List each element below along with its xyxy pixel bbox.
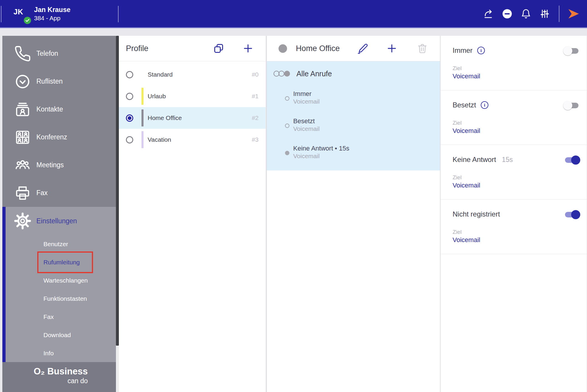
scrollbar-thumb[interactable]: [116, 36, 119, 346]
detail-title: Home Office: [296, 44, 340, 53]
filter-sliders-icon[interactable]: [535, 4, 554, 23]
phone-icon: [14, 45, 31, 62]
fw-target-label: Ziel: [453, 228, 587, 236]
topbar: JK Jan Krause 384 - App: [0, 0, 587, 28]
sidebar-subitem-download[interactable]: Download: [2, 326, 116, 344]
profile-name: Home Office: [148, 114, 182, 121]
fw-toggle-nicht-registriert[interactable]: [565, 212, 578, 217]
profile-color-bar: [141, 109, 144, 126]
edit-profile-icon[interactable]: [355, 40, 371, 57]
rule-target: Voicemail: [293, 152, 349, 160]
sidebar-subitem-warteschlangen[interactable]: Warteschlangen: [2, 271, 116, 290]
rule-name: Besetzt: [293, 117, 320, 125]
add-profile-icon[interactable]: [240, 40, 256, 57]
sidebar-item-kontakte[interactable]: Kontakte: [2, 95, 116, 123]
profile-radio[interactable]: [126, 71, 133, 78]
fw-title: Nicht registriert: [453, 210, 500, 218]
logout-arrow-icon[interactable]: [564, 4, 583, 23]
topbar-right-divider: [559, 6, 559, 22]
fw-target-value: Voicemail: [453, 181, 587, 190]
profile-number: #3: [252, 136, 259, 143]
profile-row-urlaub[interactable]: Urlaub #1: [119, 85, 266, 107]
add-rule-icon[interactable]: [384, 40, 400, 57]
info-icon[interactable]: i: [477, 47, 485, 54]
fw-toggle-besetzt[interactable]: [565, 103, 578, 108]
profile-row-standard[interactable]: Standard #0: [119, 64, 266, 85]
all-calls-icon: [274, 70, 292, 77]
delete-profile-icon[interactable]: [414, 40, 431, 57]
sidebar-subitem-benutzer[interactable]: Benutzer: [2, 235, 116, 253]
fw-toggle-keine-antwort[interactable]: [565, 157, 578, 163]
subitem-label: Funktionstasten: [43, 295, 87, 302]
sidebar-subitem-rufumleitung[interactable]: Rufumleitung: [2, 253, 116, 271]
do-not-disturb-icon[interactable]: [498, 4, 517, 23]
sidebar-item-label: Kontakte: [36, 105, 63, 113]
rule-keine-antwort[interactable]: Keine Antwort • 15s Voicemail: [267, 144, 440, 160]
brand-tagline: can do: [2, 377, 88, 385]
profile-name: Urlaub: [148, 93, 166, 100]
people-icon: [14, 157, 31, 174]
detail-header: Home Office: [267, 36, 440, 61]
copy-profile-icon[interactable]: [210, 40, 227, 57]
sidebar-item-konferenz[interactable]: Konferenz: [2, 123, 116, 151]
avatar-initials: JK: [14, 8, 23, 16]
sidebar-item-einstellungen[interactable]: Einstellungen: [2, 207, 116, 235]
conference-grid-icon: [14, 129, 31, 146]
profile-number: #2: [252, 114, 259, 121]
profile-radio[interactable]: [126, 136, 133, 143]
sidebar-item-telefon[interactable]: Telefon: [2, 40, 116, 67]
profiles-title: Profile: [126, 44, 149, 53]
all-calls-label: Alle Anrufe: [296, 70, 332, 78]
fw-section-besetzt: Besetzt i Ziel Voicemail: [441, 90, 587, 145]
sidebar-subitem-info[interactable]: Info: [2, 344, 116, 362]
user-avatar[interactable]: JK: [14, 8, 32, 24]
fw-target-value: Voicemail: [453, 72, 587, 81]
rule-besetzt[interactable]: Besetzt Voicemail: [267, 117, 440, 133]
sidebar: Telefon Ruflisten Kont: [2, 36, 116, 392]
sidebar-item-meetings[interactable]: Meetings: [2, 151, 116, 179]
all-calls-row[interactable]: Alle Anrufe: [267, 70, 440, 78]
subitem-label: Benutzer: [43, 241, 68, 248]
sidebar-item-label: Einstellungen: [36, 217, 77, 225]
fw-section-keine-antwort: Keine Antwort 15s Ziel Voicemail: [441, 145, 587, 200]
fw-target-label: Ziel: [453, 65, 587, 72]
profile-radio[interactable]: [126, 93, 133, 100]
fw-toggle-immer[interactable]: [565, 48, 578, 54]
rule-target: Voicemail: [293, 125, 320, 133]
fw-target-label: Ziel: [453, 119, 587, 126]
subitem-label: Warteschlangen: [43, 277, 88, 284]
profile-name: Standard: [148, 71, 173, 78]
profile-name: Vacation: [148, 136, 171, 143]
rule-bullet: [285, 151, 289, 155]
sidebar-item-ruflisten[interactable]: Ruflisten: [2, 67, 116, 95]
user-name: Jan Krause: [34, 5, 70, 14]
profile-number: #0: [252, 71, 259, 78]
forwarding-settings-panel: Immer i Ziel Voicemail Besetzt i Ziel Vo…: [440, 36, 587, 392]
topbar-divider: [118, 6, 119, 22]
rule-immer[interactable]: Immer Voicemail: [267, 90, 440, 105]
app-window: JK Jan Krause 384 - App: [0, 0, 587, 392]
gear-icon: [14, 212, 31, 229]
sidebar-item-fax[interactable]: Fax: [2, 179, 116, 207]
rule-bullet: [285, 96, 289, 101]
rule-target: Voicemail: [293, 98, 320, 105]
sidebar-subitem-fax[interactable]: Fax: [2, 308, 116, 326]
brand-logo: O₂ Business: [2, 366, 88, 377]
profile-row-vacation[interactable]: Vacation #3: [119, 129, 266, 151]
profile-radio[interactable]: [126, 114, 133, 122]
fw-timeout-value: 15s: [502, 156, 513, 164]
notifications-bell-icon[interactable]: [517, 4, 535, 23]
profile-number: #1: [252, 93, 259, 100]
info-icon[interactable]: i: [481, 101, 488, 109]
subitem-label: Fax: [43, 313, 54, 320]
topbar-actions: [479, 0, 587, 27]
call-forwarding-icon[interactable]: [479, 4, 498, 23]
rule-bullet: [285, 124, 289, 128]
profile-row-home-office[interactable]: Home Office #2: [119, 107, 266, 129]
profiles-header: Profile: [119, 36, 266, 61]
sidebar-subitem-funktionstasten[interactable]: Funktionstasten: [2, 290, 116, 308]
presence-check-icon: [23, 16, 31, 24]
sidebar-item-label: Meetings: [36, 161, 64, 169]
fw-title: Keine Antwort: [453, 156, 496, 164]
profile-status-dot: [279, 44, 287, 53]
